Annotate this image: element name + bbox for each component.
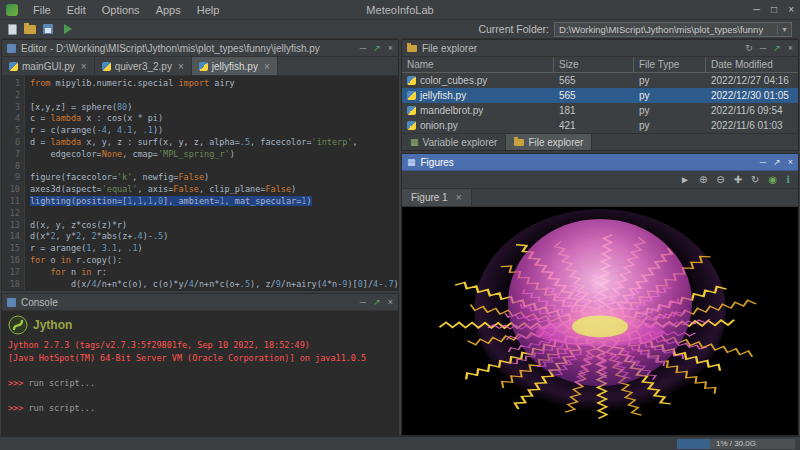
py-file-icon (407, 76, 416, 85)
panel-minimize-icon[interactable]: ─ (360, 297, 366, 307)
pointer-icon[interactable]: ► (680, 174, 690, 185)
tab-figure-1[interactable]: Figure 1 × (402, 189, 472, 206)
file-explorer-panel: File explorer ↻ ─ ↗ × Name Size File Typ… (401, 39, 799, 151)
panel-float-icon[interactable]: ↗ (373, 43, 381, 53)
code-line: figure(facecolor='k', newfig=False) (30, 172, 398, 184)
file-explorer-header: File explorer ↻ ─ ↗ × (402, 40, 798, 57)
chevron-down-icon[interactable]: ▾ (777, 25, 791, 34)
py-file-icon (199, 62, 208, 71)
zoom-out-icon[interactable]: ⊖ (716, 174, 724, 185)
close-icon[interactable]: × (178, 61, 184, 72)
file-row[interactable]: onion.py421py2022/11/6 01:03 (402, 118, 798, 133)
console-icon (7, 298, 16, 307)
maximize-button[interactable]: □ (771, 4, 777, 15)
line-number: 8 (2, 161, 20, 173)
py-file-icon (407, 121, 416, 130)
globe-icon[interactable]: ◉ (768, 174, 777, 185)
code-line: [x,y,z] = sphere(80) (30, 102, 398, 114)
current-folder-value: D:\Working\MIScript\Jython\mis\plot_type… (555, 24, 777, 35)
code-line (30, 208, 398, 220)
new-file-icon[interactable] (8, 24, 17, 35)
jellyfish-dome (508, 219, 692, 386)
file-row[interactable]: jellyfish.py565py2022/12/30 01:05 (402, 88, 798, 103)
console-line: Jython 2.7.3 (tags/v2.7.3:5f29801fe, Sep… (8, 339, 392, 352)
close-button[interactable]: × (788, 4, 794, 15)
menu-options[interactable]: Options (95, 2, 147, 18)
line-number: 4 (2, 113, 20, 125)
panel-close-icon[interactable]: × (788, 43, 793, 53)
code-line: edgecolor=None, cmap='MPL_spring_r') (30, 149, 398, 161)
figures-header: ▦ Figures ─ ↗ × (402, 154, 798, 171)
close-icon[interactable]: × (456, 192, 462, 203)
explorer-bottom-tabs: ▦ Variable explorer File explorer (402, 133, 798, 150)
line-number: 16 (2, 255, 20, 267)
pan-icon[interactable]: ✚ (734, 174, 742, 185)
code-editor[interactable]: 123456789101112131415161718 from mipylib… (2, 76, 398, 290)
code-line: for n in r: (30, 267, 398, 279)
panel-close-icon[interactable]: × (388, 297, 393, 307)
column-header-type[interactable]: File Type (634, 57, 706, 72)
jython-logo-icon (8, 315, 28, 335)
console-panel: Console ─ ↗ × Jython Jython 2.7.3 (tags/… (1, 293, 399, 436)
close-icon[interactable]: × (264, 61, 270, 72)
rotate-icon[interactable]: ↻ (751, 174, 759, 185)
figure-tab-strip: Figure 1 × (402, 189, 798, 207)
file-row[interactable]: color_cubes.py565py2022/12/27 04:16 (402, 73, 798, 88)
panel-close-icon[interactable]: × (388, 43, 393, 53)
save-icon[interactable] (43, 24, 53, 34)
column-header-modified[interactable]: Date Modified (706, 57, 798, 72)
line-number: 1 (2, 78, 20, 90)
panel-float-icon[interactable]: ↗ (773, 157, 781, 167)
line-number: 5 (2, 125, 20, 137)
column-header-name[interactable]: Name (402, 57, 554, 72)
file-row[interactable]: mandelbrot.py181py2022/11/6 09:54 (402, 103, 798, 118)
code-line (30, 161, 398, 173)
figures-toolbar: ► ⊕ ⊖ ✚ ↻ ◉ ℹ (402, 171, 798, 189)
console-line: >>> run script... (8, 377, 392, 390)
refresh-icon[interactable]: ↻ (745, 43, 753, 53)
current-folder-combobox[interactable]: D:\Working\MIScript\Jython\mis\plot_type… (554, 22, 792, 37)
menu-help[interactable]: Help (190, 2, 227, 18)
panel-float-icon[interactable]: ↗ (373, 297, 381, 307)
panel-minimize-icon[interactable]: ─ (760, 43, 766, 53)
menu-file[interactable]: File (26, 2, 58, 18)
window-title: MeteoInfoLab (366, 4, 433, 16)
zoom-in-icon[interactable]: ⊕ (699, 174, 707, 185)
tab-mainGUI[interactable]: mainGUI.py × (2, 57, 95, 75)
tab-jellyfish[interactable]: jellyfish.py × (192, 57, 278, 75)
line-number: 7 (2, 149, 20, 161)
py-file-icon (407, 91, 416, 100)
tab-file-explorer[interactable]: File explorer (506, 134, 592, 150)
figures-panel: ▦ Figures ─ ↗ × ► ⊕ ⊖ ✚ ↻ ◉ ℹ Figure 1 (401, 153, 799, 436)
figure-canvas[interactable] (402, 207, 798, 435)
open-file-icon[interactable] (24, 25, 36, 34)
grid-icon: ▦ (410, 137, 419, 147)
panel-float-icon[interactable]: ↗ (773, 43, 781, 53)
code-line (30, 90, 398, 102)
chart-icon: ▦ (407, 157, 416, 167)
editor-code[interactable]: from mipylib.numeric.special import airy… (25, 76, 398, 290)
tab-variable-explorer[interactable]: ▦ Variable explorer (402, 134, 506, 150)
run-script-icon[interactable] (64, 24, 72, 34)
tab-label: quiver3_2.py (115, 61, 172, 72)
menu-bar: File Edit Options Apps Help MeteoInfoLab… (0, 0, 800, 20)
menu-apps[interactable]: Apps (149, 2, 188, 18)
console-line: [Java HotSpot(TM) 64-Bit Server VM (Orac… (8, 352, 392, 365)
column-header-size[interactable]: Size (554, 57, 634, 72)
py-file-icon (407, 106, 416, 115)
panel-minimize-icon[interactable]: ─ (360, 43, 366, 53)
editor-tab-strip: mainGUI.py × quiver3_2.py × jellyfish.py… (2, 57, 398, 76)
jellyfish-core (572, 316, 628, 338)
line-number: 17 (2, 267, 20, 279)
code-line: c = lambda x : cos(x * pi) (30, 113, 398, 125)
console-output: Jython Jython 2.7.3 (tags/v2.7.3:5f29801… (2, 311, 398, 435)
panel-minimize-icon[interactable]: ─ (760, 157, 766, 167)
menu-edit[interactable]: Edit (60, 2, 93, 18)
memory-indicator[interactable]: 1% / 30.0G (677, 439, 795, 449)
panel-close-icon[interactable]: × (788, 157, 793, 167)
line-number: 10 (2, 184, 20, 196)
tab-quiver3-2[interactable]: quiver3_2.py × (95, 57, 192, 75)
info-icon[interactable]: ℹ (786, 174, 790, 185)
close-icon[interactable]: × (81, 61, 87, 72)
minimize-button[interactable]: ─ (753, 4, 760, 15)
